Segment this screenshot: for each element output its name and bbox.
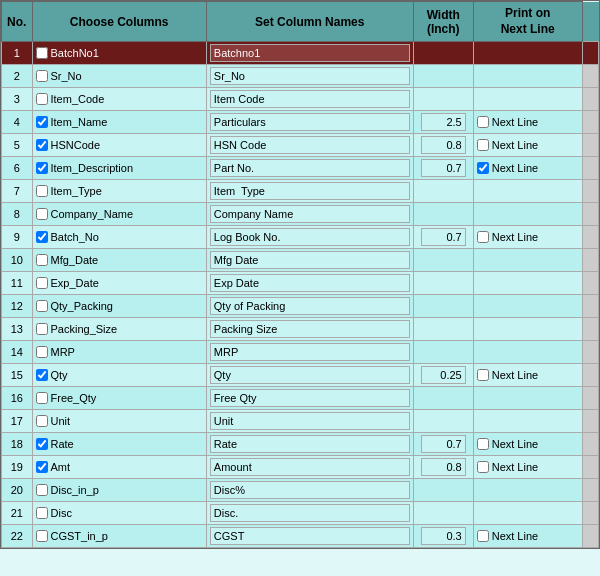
set-column-cell[interactable] — [206, 111, 413, 134]
set-column-cell[interactable] — [206, 65, 413, 88]
width-input[interactable] — [421, 527, 466, 545]
column-checkbox[interactable] — [36, 277, 48, 289]
choose-column-cell[interactable]: Mfg_Date — [32, 249, 206, 272]
next-line-checkbox[interactable] — [477, 116, 489, 128]
choose-column-cell[interactable]: Item_Code — [32, 88, 206, 111]
width-cell[interactable] — [413, 456, 473, 479]
column-name-input[interactable] — [210, 251, 410, 269]
set-column-cell[interactable] — [206, 249, 413, 272]
width-cell[interactable] — [413, 134, 473, 157]
next-line-checkbox[interactable] — [477, 369, 489, 381]
choose-column-cell[interactable]: MRP — [32, 341, 206, 364]
column-name-input[interactable] — [210, 205, 410, 223]
set-column-cell[interactable] — [206, 433, 413, 456]
set-column-cell[interactable] — [206, 226, 413, 249]
print-next-line-cell[interactable]: Next Line — [473, 525, 582, 548]
choose-column-cell[interactable]: Qty — [32, 364, 206, 387]
column-checkbox[interactable] — [36, 323, 48, 335]
column-checkbox[interactable] — [36, 461, 48, 473]
next-line-checkbox[interactable] — [477, 530, 489, 542]
print-next-line-cell[interactable]: Next Line — [473, 134, 582, 157]
column-checkbox[interactable] — [36, 93, 48, 105]
width-cell[interactable] — [413, 157, 473, 180]
width-cell[interactable] — [413, 226, 473, 249]
column-name-input[interactable] — [210, 44, 410, 62]
column-checkbox[interactable] — [36, 139, 48, 151]
set-column-cell[interactable] — [206, 456, 413, 479]
choose-column-cell[interactable]: Rate — [32, 433, 206, 456]
set-column-cell[interactable] — [206, 272, 413, 295]
column-name-input[interactable] — [210, 481, 410, 499]
column-name-input[interactable] — [210, 458, 410, 476]
choose-column-cell[interactable]: Packing_Size — [32, 318, 206, 341]
width-input[interactable] — [421, 458, 466, 476]
print-next-line-cell[interactable]: Next Line — [473, 226, 582, 249]
column-checkbox[interactable] — [36, 162, 48, 174]
width-input[interactable] — [421, 228, 466, 246]
set-column-cell[interactable] — [206, 318, 413, 341]
column-checkbox[interactable] — [36, 208, 48, 220]
column-checkbox[interactable] — [36, 484, 48, 496]
set-column-cell[interactable] — [206, 134, 413, 157]
set-column-cell[interactable] — [206, 295, 413, 318]
set-column-cell[interactable] — [206, 502, 413, 525]
set-column-cell[interactable] — [206, 525, 413, 548]
print-next-line-cell[interactable]: Next Line — [473, 456, 582, 479]
column-checkbox[interactable] — [36, 530, 48, 542]
next-line-checkbox[interactable] — [477, 162, 489, 174]
column-checkbox[interactable] — [36, 254, 48, 266]
column-checkbox[interactable] — [36, 507, 48, 519]
set-column-cell[interactable] — [206, 180, 413, 203]
column-name-input[interactable] — [210, 412, 410, 430]
print-next-line-cell[interactable]: Next Line — [473, 111, 582, 134]
width-cell[interactable] — [413, 364, 473, 387]
set-column-cell[interactable] — [206, 410, 413, 433]
column-checkbox[interactable] — [36, 438, 48, 450]
choose-column-cell[interactable]: Sr_No — [32, 65, 206, 88]
set-column-cell[interactable] — [206, 42, 413, 65]
column-checkbox[interactable] — [36, 231, 48, 243]
choose-column-cell[interactable]: Unit — [32, 410, 206, 433]
next-line-checkbox[interactable] — [477, 139, 489, 151]
choose-column-cell[interactable]: Item_Name — [32, 111, 206, 134]
width-cell[interactable] — [413, 525, 473, 548]
column-name-input[interactable] — [210, 136, 410, 154]
next-line-checkbox[interactable] — [477, 461, 489, 473]
choose-column-cell[interactable]: Exp_Date — [32, 272, 206, 295]
column-name-input[interactable] — [210, 67, 410, 85]
next-line-checkbox[interactable] — [477, 438, 489, 450]
width-input[interactable] — [421, 113, 466, 131]
width-cell[interactable] — [413, 433, 473, 456]
column-checkbox[interactable] — [36, 70, 48, 82]
column-name-input[interactable] — [210, 182, 410, 200]
column-checkbox[interactable] — [36, 185, 48, 197]
column-name-input[interactable] — [210, 297, 410, 315]
column-name-input[interactable] — [210, 389, 410, 407]
width-cell[interactable] — [413, 111, 473, 134]
choose-column-cell[interactable]: HSNCode — [32, 134, 206, 157]
column-checkbox[interactable] — [36, 369, 48, 381]
width-input[interactable] — [421, 435, 466, 453]
set-column-cell[interactable] — [206, 157, 413, 180]
column-name-input[interactable] — [210, 113, 410, 131]
column-name-input[interactable] — [210, 343, 410, 361]
column-name-input[interactable] — [210, 90, 410, 108]
print-next-line-cell[interactable]: Next Line — [473, 433, 582, 456]
choose-column-cell[interactable]: Item_Description — [32, 157, 206, 180]
width-input[interactable] — [421, 366, 466, 384]
set-column-cell[interactable] — [206, 341, 413, 364]
column-checkbox[interactable] — [36, 346, 48, 358]
column-name-input[interactable] — [210, 527, 410, 545]
column-checkbox[interactable] — [36, 47, 48, 59]
choose-column-cell[interactable]: Disc_in_p — [32, 479, 206, 502]
width-input[interactable] — [421, 136, 466, 154]
set-column-cell[interactable] — [206, 479, 413, 502]
column-name-input[interactable] — [210, 435, 410, 453]
column-name-input[interactable] — [210, 320, 410, 338]
set-column-cell[interactable] — [206, 88, 413, 111]
choose-column-cell[interactable]: Batch_No — [32, 226, 206, 249]
print-next-line-cell[interactable]: Next Line — [473, 364, 582, 387]
column-name-input[interactable] — [210, 274, 410, 292]
set-column-cell[interactable] — [206, 364, 413, 387]
choose-column-cell[interactable]: Amt — [32, 456, 206, 479]
